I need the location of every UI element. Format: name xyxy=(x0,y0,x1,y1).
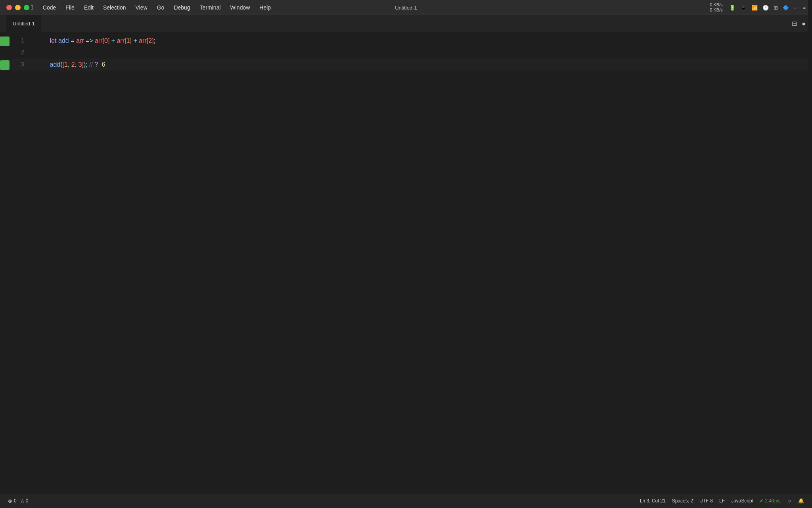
editor-scrollbar[interactable] xyxy=(808,33,812,494)
line-number-2: 2 xyxy=(13,47,33,58)
warning-icon: △ xyxy=(21,498,24,504)
wifi-icon: 📶 xyxy=(751,5,758,11)
editor-content[interactable]: 1 let add = arr => arr[0] + arr[1] + arr… xyxy=(0,33,812,494)
split-editor-icon[interactable]: ⊟ xyxy=(792,20,797,27)
line-number-3: 3 xyxy=(13,59,33,70)
maximize-button[interactable] xyxy=(24,5,29,10)
network-down: 0 KB/s xyxy=(710,8,722,13)
error-icon: ⊗ xyxy=(8,498,12,504)
tab-bar-right: ⊟ ● xyxy=(792,20,806,27)
list-icon[interactable]: ≡ xyxy=(802,5,806,11)
menu-code[interactable]: Code xyxy=(38,0,61,15)
smiley-icon[interactable]: ☺ xyxy=(784,498,795,504)
indentation[interactable]: Spaces: 2 xyxy=(669,498,696,504)
line-number-1: 1 xyxy=(13,35,33,46)
tab-bar: Untitled-1 ⊟ ● xyxy=(0,15,812,33)
menu-selection[interactable]: Selection xyxy=(98,0,131,15)
code-line-3: add([1, 2, 3]); // ? 6 xyxy=(33,54,812,75)
line-3-indicator xyxy=(0,59,13,71)
error-number: 0 xyxy=(14,498,17,504)
tab-label: Untitled-1 xyxy=(13,21,35,27)
menu-edit[interactable]: Edit xyxy=(79,0,98,15)
phone-icon: 📱 xyxy=(740,5,747,11)
circle-icon: ● xyxy=(802,20,806,27)
error-count[interactable]: ⊗ 0 △ 0 xyxy=(5,498,31,504)
clock-icon: 🕐 xyxy=(762,5,769,11)
network-up: 0 KB/s xyxy=(710,2,722,8)
more-icon[interactable]: ··· xyxy=(794,5,798,11)
breakpoint-indicator-3[interactable] xyxy=(0,60,10,70)
menu-go[interactable]: Go xyxy=(152,0,169,15)
close-button[interactable] xyxy=(6,5,12,10)
traffic-lights xyxy=(6,5,29,10)
file-encoding[interactable]: UTF-8 xyxy=(696,498,716,504)
menu-file[interactable]: File xyxy=(61,0,79,15)
cursor-position[interactable]: Ln 3, Col 21 xyxy=(637,498,669,504)
table-row: 1 let add = arr => arr[0] + arr[1] + arr… xyxy=(0,35,812,47)
line-2-indicator-empty xyxy=(0,47,13,59)
menu-debug[interactable]: Debug xyxy=(169,0,195,15)
titlebar:  Code File Edit Selection View Go Debug… xyxy=(0,0,812,15)
line-1-indicator xyxy=(0,35,13,47)
control-center-icon[interactable]: ⊞ xyxy=(774,5,778,11)
window-title: Untitled-1 xyxy=(395,5,417,11)
battery-icon: 🔋 xyxy=(729,5,735,11)
status-bar-right: Ln 3, Col 21 Spaces: 2 UTF-8 LF JavaScri… xyxy=(637,498,807,504)
notification-bell-icon[interactable]: 🔔 xyxy=(795,498,807,504)
language-mode[interactable]: JavaScript xyxy=(728,498,756,504)
editor-area: 1 let add = arr => arr[0] + arr[1] + arr… xyxy=(0,33,812,494)
status-bar: ⊗ 0 △ 0 Ln 3, Col 21 Spaces: 2 UTF-8 LF … xyxy=(0,494,812,508)
breakpoint-indicator-1[interactable] xyxy=(0,37,10,46)
finder-icon: 🔷 xyxy=(783,5,789,11)
line-ending[interactable]: LF xyxy=(716,498,728,504)
editor-tab-untitled[interactable]: Untitled-1 xyxy=(6,15,42,33)
lint-time: ✔ 2.40ms xyxy=(756,498,784,504)
warning-number: 0 xyxy=(26,498,29,504)
menu-window[interactable]: Window xyxy=(226,0,255,15)
titlebar-right-controls: 0 KB/s 0 KB/s 🔋 📱 📶 🕐 ⊞ 🔷 ··· ≡ xyxy=(710,2,806,13)
menu-view[interactable]: View xyxy=(131,0,152,15)
minimize-button[interactable] xyxy=(15,5,21,10)
status-bar-left: ⊗ 0 △ 0 xyxy=(5,498,31,504)
table-row: 3 add([1, 2, 3]); // ? 6 xyxy=(0,59,812,71)
network-status: 0 KB/s 0 KB/s xyxy=(710,2,722,13)
menu-terminal[interactable]: Terminal xyxy=(195,0,226,15)
menu-help[interactable]: Help xyxy=(255,0,276,15)
